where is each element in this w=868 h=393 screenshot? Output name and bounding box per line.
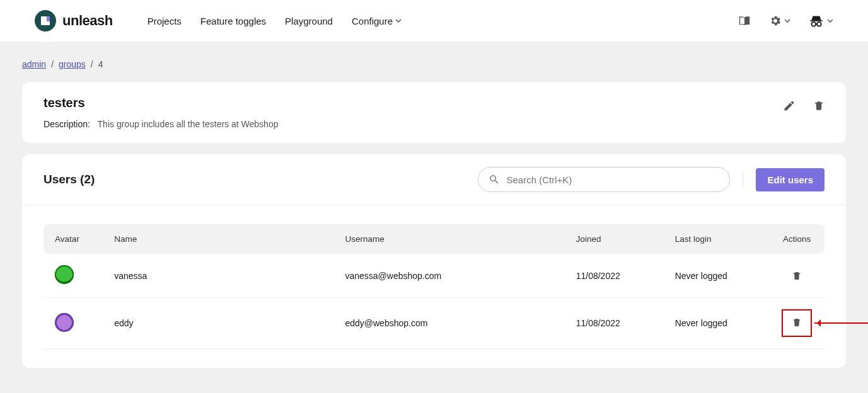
cell-last-login: Never logged	[664, 298, 769, 349]
nav-configure-label: Configure	[352, 16, 393, 26]
docs-button[interactable]	[738, 14, 751, 28]
cell-name: eddy	[103, 298, 333, 349]
incognito-icon	[808, 13, 825, 29]
breadcrumb-admin[interactable]: admin	[22, 59, 46, 69]
cell-joined: 11/08/2022	[565, 298, 664, 349]
nav-feature-toggles-label: Feature toggles	[200, 16, 266, 26]
cell-username: vanessa@webshop.com	[333, 254, 564, 298]
top-nav: unleash Projects Feature toggles Playgro…	[0, 0, 868, 42]
logo[interactable]: unleash	[35, 10, 113, 31]
description-text: This group includes all the testers at W…	[98, 119, 279, 129]
chevron-down-icon	[784, 19, 790, 23]
nav-feature-toggles[interactable]: Feature toggles	[200, 16, 266, 26]
svg-point-1	[817, 22, 821, 26]
logo-icon	[35, 10, 56, 31]
users-card: Users (2) Edit users Avatar Name Usernam…	[22, 154, 846, 368]
table-row: eddy eddy@webshop.com 11/08/2022 Never l…	[43, 298, 825, 349]
chevron-down-icon	[827, 19, 833, 23]
edit-group-button[interactable]	[783, 100, 796, 115]
cell-last-login: Never logged	[664, 254, 769, 298]
users-title: Users (2)	[43, 173, 95, 186]
th-actions: Actions	[769, 224, 825, 254]
remove-user-button[interactable]	[792, 317, 802, 328]
group-title: testers	[43, 96, 278, 110]
gear-icon	[769, 14, 782, 27]
description-label: Description:	[43, 119, 90, 129]
nav-links: Projects Feature toggles Playground Conf…	[148, 16, 402, 26]
th-last-login[interactable]: Last login	[664, 224, 769, 254]
breadcrumb-groups[interactable]: groups	[59, 59, 86, 69]
divider	[743, 172, 743, 187]
th-username[interactable]: Username	[333, 224, 564, 254]
delete-group-button[interactable]	[813, 100, 825, 115]
breadcrumb: admin / groups / 4	[22, 54, 846, 82]
logo-text: unleash	[62, 13, 113, 29]
trash-icon	[813, 100, 825, 112]
nav-playground-label: Playground	[285, 16, 333, 26]
profile-button[interactable]	[808, 13, 833, 29]
th-name[interactable]: Name	[103, 224, 333, 254]
group-card-actions	[783, 96, 825, 115]
trash-icon	[792, 270, 802, 282]
annotation-arrow	[814, 322, 868, 324]
settings-button[interactable]	[769, 14, 790, 27]
svg-point-0	[811, 22, 816, 26]
table-row: vanessa vanessa@webshop.com 11/08/2022 N…	[43, 254, 825, 298]
trash-icon	[792, 317, 802, 328]
nav-projects[interactable]: Projects	[148, 16, 182, 26]
cell-username: eddy@webshop.com	[333, 298, 564, 349]
avatar	[55, 313, 74, 332]
nav-left: unleash Projects Feature toggles Playgro…	[35, 10, 402, 31]
annotation-highlight	[782, 309, 812, 337]
remove-user-button[interactable]	[788, 266, 806, 285]
nav-projects-label: Projects	[148, 16, 182, 26]
cell-name: vanessa	[103, 254, 333, 298]
users-table: Avatar Name Username Joined Last login A…	[43, 224, 825, 349]
search-box[interactable]	[478, 167, 730, 192]
group-info-card: testers Description: This group includes…	[22, 82, 846, 143]
pencil-icon	[783, 100, 796, 112]
th-joined[interactable]: Joined	[565, 224, 664, 254]
edit-users-button[interactable]: Edit users	[756, 168, 825, 191]
avatar	[55, 265, 74, 284]
th-avatar[interactable]: Avatar	[43, 224, 103, 254]
chevron-down-icon	[395, 19, 402, 23]
nav-right	[738, 13, 833, 29]
search-input[interactable]	[506, 174, 719, 185]
cell-joined: 11/08/2022	[565, 254, 664, 298]
breadcrumb-id: 4	[98, 59, 103, 69]
book-icon	[738, 14, 751, 28]
nav-configure[interactable]: Configure	[352, 16, 402, 26]
users-header: Users (2) Edit users	[22, 154, 846, 205]
nav-playground[interactable]: Playground	[285, 16, 333, 26]
search-icon	[489, 174, 500, 185]
